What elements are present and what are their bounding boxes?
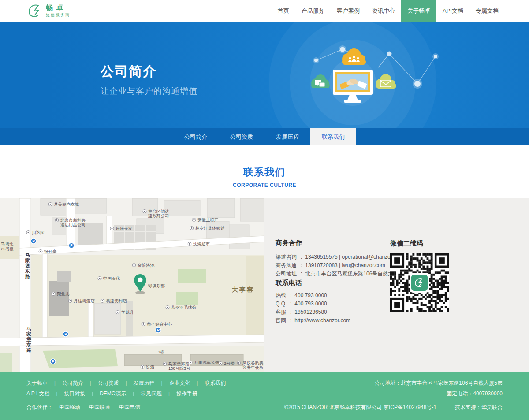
svg-text:汾酒: 汾酒 — [145, 364, 155, 369]
subnav-tab[interactable]: 发展历程 — [264, 128, 310, 145]
partners-label: 合作伙伴： — [26, 404, 53, 410]
business-heading: 商务合作 — [276, 239, 407, 247]
phone-contact-block: 联系电话 热线:400 793 0000 Q Q:400 793 0000 客服… — [276, 279, 350, 325]
partner-names: 中国移动中国联通中国电信 — [59, 404, 149, 410]
map-poi: 3栋 — [158, 349, 164, 354]
hero-text: 公司简介 让企业与客户的沟通增值 — [101, 63, 197, 97]
nav-item[interactable]: 资讯中心 — [366, 0, 401, 22]
contact-value: 400 793 0000 — [294, 301, 327, 307]
hero-subtitle: 让企业与客户的沟通增值 — [101, 85, 197, 97]
subnav-tab[interactable]: 联系我们 — [310, 128, 356, 145]
main-nav: 首页产品服务客户案例资讯中心关于畅卓API文档专属文档 — [272, 0, 505, 22]
contact-value: 13436515575 | operational@chanzor.com — [305, 254, 403, 260]
footer-link[interactable]: 发展历程 — [119, 379, 155, 387]
svg-text:聚鱼儿: 聚鱼儿 — [57, 291, 70, 296]
map-poi: 聚鱼儿 — [52, 291, 70, 296]
hero-banner: 公司简介 让企业与客户的沟通增值 — [0, 22, 529, 128]
svg-text:恭圣健身中心: 恭圣健身中心 — [147, 322, 172, 327]
map-poi: 报刊亭 — [39, 249, 57, 254]
content: 梦美丽内衣城北京市新利兴酒店用品公司贝洛妮报刊亭乐乐美发丰台区韵达建欣苑公司安徽… — [0, 198, 529, 372]
svg-text:安徽土特产: 安徽土特产 — [197, 217, 219, 222]
parking-icon: P — [50, 359, 56, 364]
footer-link[interactable]: 关于畅卓 — [26, 379, 48, 387]
section-head: 联系我们 CORPORATE CULTURE — [0, 145, 529, 198]
footer-link[interactable]: 联系我们 — [190, 379, 226, 387]
phone-heading: 联系电话 — [276, 279, 350, 287]
contact-label: 官网 — [276, 316, 290, 325]
business-contact-block: 商务合作 渠道咨询:13436515575 | operational@chan… — [276, 239, 407, 278]
svg-text:P: P — [52, 359, 54, 364]
partner-name: 中国联通 — [89, 404, 110, 410]
footer-link[interactable]: 公司资质 — [83, 379, 119, 387]
nav-item[interactable]: 产品服务 — [295, 0, 331, 22]
subnav: 公司简介公司资质发展历程联系我们 — [0, 128, 529, 145]
nav-item[interactable]: 专属文档 — [469, 0, 505, 22]
svg-text:报刊亭: 报刊亭 — [44, 249, 57, 254]
svg-text:球俱乐部: 球俱乐部 — [148, 283, 165, 288]
footer-link[interactable]: 操作手册 — [162, 390, 197, 398]
support-text: 技术支持：华昊联合 — [455, 404, 503, 410]
logo[interactable]: 畅卓 短信服务商 — [27, 3, 70, 19]
svg-text:P: P — [64, 332, 67, 336]
contact-row: 渠道咨询:13436515575 | operational@chanzor.c… — [276, 253, 407, 261]
subnav-tab[interactable]: 公司资质 — [219, 128, 264, 145]
contact-row: 客服:18501236580 — [276, 308, 350, 316]
footer-link[interactable]: 公司简介 — [48, 379, 83, 387]
map-poi: 林夕汗蒸体验馆 — [190, 226, 225, 230]
svg-text:3栋: 3栋 — [158, 349, 164, 354]
footer-link[interactable]: 常见问题 — [126, 390, 162, 398]
footer-partners: 合作伙伴：中国移动中国联通中国电信 — [26, 404, 149, 411]
contact-row: Q Q:400 793 0000 — [276, 300, 350, 308]
footer-link[interactable]: 企业文化 — [155, 379, 190, 387]
contact-colon: : — [301, 262, 302, 268]
nav-item[interactable]: 客户案例 — [331, 0, 366, 22]
contact-value: http://www.chanzor.com — [294, 317, 350, 323]
contact-colon: : — [301, 254, 302, 260]
map-area-label: 大李窑 — [232, 286, 254, 293]
contact-value: 400 793 0000 — [294, 292, 327, 298]
svg-text:凤仪谷韵美容养生会所: 凤仪谷韵美容养生会所 — [242, 361, 264, 370]
logo-text: 畅卓 短信服务商 — [46, 4, 70, 18]
map[interactable]: 梦美丽内衣城北京市新利兴酒店用品公司贝洛妮报刊亭乐乐美发丰台区韵达建欣苑公司安徽… — [0, 198, 264, 372]
svg-text:P: P — [70, 243, 73, 248]
map-poi: 马场北 — [1, 242, 14, 246]
parking-icon: P — [63, 331, 68, 337]
hero-title: 公司简介 — [101, 63, 197, 81]
partner-name: 中国电信 — [119, 404, 140, 410]
phone-rows: 热线:400 793 0000 Q Q:400 793 0000 客服:1850… — [276, 291, 350, 325]
map-poi: 汾酒 — [141, 364, 155, 369]
contact-label: 客服 — [276, 308, 290, 316]
wechat-block: 微信二维码 — [390, 239, 449, 312]
contact-value: 13910720083 | lwu@chanzor.com — [305, 262, 385, 268]
contact-row: 商务沟通:13910720083 | lwu@chanzor.com — [276, 261, 407, 270]
nav-item[interactable]: 首页 — [272, 0, 295, 22]
contact-label: 渠道咨询 — [276, 253, 301, 261]
map-street-label: 马家堡东路 — [26, 326, 32, 353]
svg-text:学以升: 学以升 — [121, 310, 134, 315]
nav-item[interactable]: 关于畅卓 — [401, 0, 436, 22]
svg-text:林夕汗蒸体验馆: 林夕汗蒸体验馆 — [195, 226, 225, 230]
contact-label: 公司地址 — [276, 270, 301, 278]
svg-text:P: P — [157, 328, 160, 332]
nav-item[interactable]: API文档 — [436, 0, 469, 22]
contact-colon: : — [290, 292, 291, 298]
parking-icon: P — [69, 243, 74, 248]
svg-text:万里汽车装饰: 万里汽车装饰 — [194, 360, 220, 365]
contact-panel: 商务合作 渠道咨询:13436515575 | operational@chan… — [264, 198, 529, 372]
copyright-text: ©2015 CHANZOR 北京畅卓科技有限公司 京ICP备14027948号-… — [284, 404, 436, 410]
svg-text:马家堡东路108号院3号: 马家堡东路108号院3号 — [168, 361, 190, 371]
contact-label: Q Q — [276, 300, 290, 308]
wechat-qr-code — [390, 253, 449, 312]
map-poi: 贝洛妮 — [26, 230, 45, 235]
subnav-tab[interactable]: 公司简介 — [173, 128, 219, 145]
footer-link[interactable]: 接口对接 — [49, 390, 85, 398]
contact-row: 热线:400 793 0000 — [276, 291, 350, 300]
svg-text:贝洛妮: 贝洛妮 — [32, 230, 45, 235]
footer-link[interactable]: DEMO演示 — [85, 390, 126, 398]
parking-icon: P — [31, 238, 36, 244]
footer-link[interactable]: A P I 文档 — [26, 390, 49, 398]
contact-label: 商务沟通 — [276, 261, 301, 270]
map-canvas: 梦美丽内衣城北京市新利兴酒店用品公司贝洛妮报刊亭乐乐美发丰台区韵达建欣苑公司安徽… — [0, 198, 264, 372]
contact-colon: : — [290, 309, 291, 315]
contact-colon: : — [290, 317, 291, 323]
